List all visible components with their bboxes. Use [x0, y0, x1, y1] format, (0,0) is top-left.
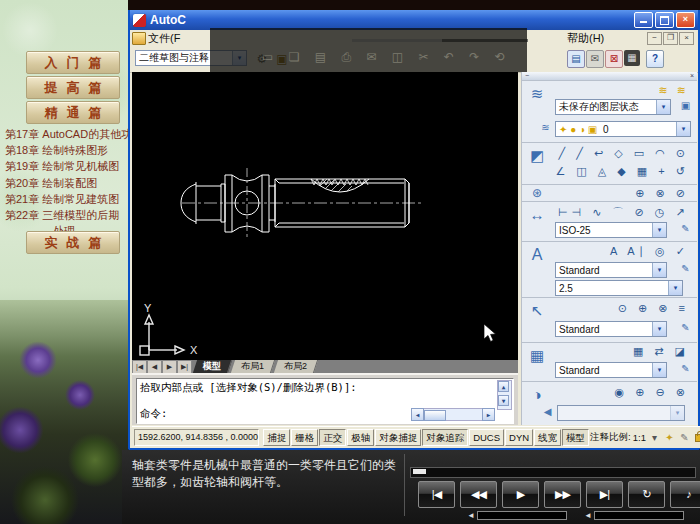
toggle-snap[interactable]: 捕捉 [263, 429, 290, 446]
chevron-down-icon[interactable]: ▾ [676, 122, 690, 136]
tab-layout1[interactable]: 布局1 [231, 360, 275, 373]
skip-end-button[interactable]: ▶| [586, 481, 623, 508]
back-arrow-icon[interactable]: ◀ [540, 405, 555, 419]
calculator-icon[interactable]: ▦ [624, 50, 640, 66]
tab-layout2[interactable]: 布局2 [274, 360, 318, 373]
sidebar-button-practice[interactable]: 实战篇 [26, 231, 120, 254]
chevron-down-icon[interactable]: ▾ [656, 100, 670, 114]
chapter-item[interactable]: 第17章 AutoCAD的其他功能 [5, 126, 125, 142]
toggle-otrack[interactable]: 对象追踪 [422, 429, 468, 446]
balance-slider[interactable]: ◄ [584, 511, 684, 519]
volume-slider[interactable]: ◄ [467, 511, 567, 519]
markup-set-icon[interactable]: ✉ [586, 50, 604, 68]
annotation-scale-value[interactable]: 1:1 [633, 432, 646, 443]
chevron-down-icon[interactable]: ▾ [648, 432, 661, 443]
block-editor-icon[interactable]: ⊠ [605, 50, 623, 68]
layers-icon[interactable]: ≋ [526, 85, 548, 103]
menu-browser-icon[interactable] [132, 32, 146, 45]
dim-style-combo[interactable]: ISO-25 ▾ [555, 222, 667, 238]
skip-start-button[interactable]: |◀ [418, 481, 455, 508]
doc-close-button[interactable]: × [679, 32, 694, 45]
dim-style-edit-icon[interactable]: ✎ [678, 222, 693, 236]
command-vscrollbar[interactable]: ▲ ▼ [497, 380, 512, 410]
chevron-down-icon[interactable]: ▾ [652, 322, 666, 336]
chapter-item[interactable]: 第21章 绘制常见建筑图 [5, 191, 125, 207]
chapter-item[interactable]: 第18章 绘制特殊图形 [5, 142, 125, 158]
dimension-tools-row[interactable]: ⊢⊣ ∿ ⌒ ⊘ ◷ ↗ [558, 205, 689, 220]
rewind-button[interactable]: ◀◀ [460, 481, 497, 508]
text-style-edit-icon[interactable]: ✎ [678, 262, 693, 276]
drawing-canvas[interactable]: Y X [132, 72, 518, 360]
toggle-osnap[interactable]: 对象捕捉 [375, 429, 421, 446]
layer-tools-icons[interactable]: ≋ ≋ [659, 84, 690, 97]
command-text-area[interactable]: 拾取内部点或 [选择对象(S)/删除边界(B)]: 命令: ▲ ▼ ◀ ▶ [136, 378, 514, 424]
tab-nav-prev[interactable]: ◀ [147, 360, 162, 373]
close-icon[interactable]: × [690, 72, 694, 80]
sidebar-button-master[interactable]: 精通篇 [26, 101, 120, 124]
leader-tools-row[interactable]: ⊙ ⊕ ⊗ ≡ [618, 302, 689, 315]
tools-row[interactable]: ⊕ ⊗ ⊘ [635, 187, 689, 200]
restore-button[interactable] [655, 12, 674, 28]
close-button[interactable]: × [676, 12, 695, 28]
scroll-left-icon[interactable]: ◀ [411, 408, 424, 421]
fast-forward-button[interactable]: ▶▶ [544, 481, 581, 508]
layer-state-combo[interactable]: 未保存的图层状态 ▾ [555, 99, 671, 115]
repeat-button[interactable]: ↻ [628, 481, 665, 508]
sheetset-manager-icon[interactable]: ▤ [567, 50, 585, 68]
chapter-item[interactable]: 第19章 绘制常见机械图 [5, 158, 125, 174]
command-hscrollbar[interactable]: ◀ ▶ [411, 408, 495, 421]
progress-thumb[interactable] [413, 469, 426, 474]
scroll-right-icon[interactable]: ▶ [482, 408, 495, 421]
collapse-icon[interactable]: − [525, 72, 529, 80]
toggle-ducs[interactable]: DUCS [469, 429, 504, 446]
layer-states-manager-icon[interactable]: ▣ [678, 99, 693, 113]
modify-tools-row[interactable]: ∠ ◫ ◬ ◆ ▦ + ↺ [555, 165, 689, 178]
menu-file[interactable]: 文件(F [148, 31, 180, 46]
chevron-down-icon[interactable]: ▾ [668, 281, 682, 295]
tab-nav-last[interactable]: ▶| [177, 360, 192, 373]
text-tools-row[interactable]: A A∣ ◎ ✓ [610, 245, 689, 258]
table-style-combo[interactable]: Standard ▾ [555, 362, 667, 378]
toggle-model[interactable]: 模型 [562, 429, 589, 446]
chevron-down-icon[interactable]: ▾ [670, 406, 684, 420]
autoscale-icon[interactable]: ✎ [678, 432, 691, 443]
command-prompt-line[interactable]: 命令: [140, 407, 167, 421]
sidebar-button-beginner[interactable]: 入门篇 [26, 51, 120, 74]
doc-minimize-button[interactable]: − [647, 32, 662, 45]
video-progress-bar[interactable] [410, 467, 696, 478]
toggle-ortho[interactable]: 正交 [319, 429, 346, 446]
minimize-button[interactable] [634, 12, 653, 28]
text-style-combo[interactable]: Standard ▾ [555, 262, 667, 278]
lock-icon[interactable] [695, 434, 700, 442]
hscroll-thumb[interactable] [424, 410, 446, 421]
navigation-tools-row[interactable]: ◉ ⊕ ⊖ ⊗ [615, 386, 689, 399]
menu-help[interactable]: 帮助(H) [567, 31, 604, 46]
play-button[interactable]: ▶ [502, 481, 539, 508]
toggle-lwt[interactable]: 线宽 [534, 429, 561, 446]
sidebar-button-improve[interactable]: 提高篇 [26, 76, 120, 99]
leader-style-edit-icon[interactable]: ✎ [678, 321, 693, 335]
toggle-dyn[interactable]: DYN [505, 429, 533, 446]
toggle-polar[interactable]: 极轴 [347, 429, 374, 446]
chevron-down-icon[interactable]: ▾ [652, 363, 666, 377]
chevron-down-icon[interactable]: ▾ [652, 223, 666, 237]
annotation-visibility-icon[interactable]: ✦ [663, 432, 676, 443]
leader-style-combo[interactable]: Standard ▾ [555, 321, 667, 337]
dashboard-grip[interactable]: − × [522, 72, 697, 80]
tab-model[interactable]: 模型 [193, 360, 232, 373]
audio-button[interactable]: ♪ [670, 481, 700, 508]
table-tools-row[interactable]: ▦ ⇄ ◪ [633, 345, 689, 358]
title-bar[interactable]: AutoC × [130, 10, 698, 30]
scroll-down-icon[interactable]: ▼ [498, 395, 509, 406]
toggle-grid[interactable]: 栅格 [291, 429, 318, 446]
doc-restore-button[interactable]: ❐ [663, 32, 678, 45]
help-icon[interactable]: ? [646, 50, 664, 68]
layer-properties-icon[interactable]: ≋ [538, 121, 553, 135]
chapter-item[interactable]: 第20章 绘制装配图 [5, 175, 125, 191]
text-height-combo[interactable]: 2.5 ▾ [555, 280, 683, 296]
tab-nav-next[interactable]: ▶ [162, 360, 177, 373]
layer-combo[interactable]: ✦ ● ◑ ▣ 0 ▾ [555, 121, 691, 137]
draw-tools-row[interactable]: ╱ ╱ ↩ ◇ ▭ ◠ ⊙ [559, 147, 689, 160]
view-combo[interactable]: ▾ [557, 405, 685, 421]
table-style-edit-icon[interactable]: ✎ [678, 362, 693, 376]
